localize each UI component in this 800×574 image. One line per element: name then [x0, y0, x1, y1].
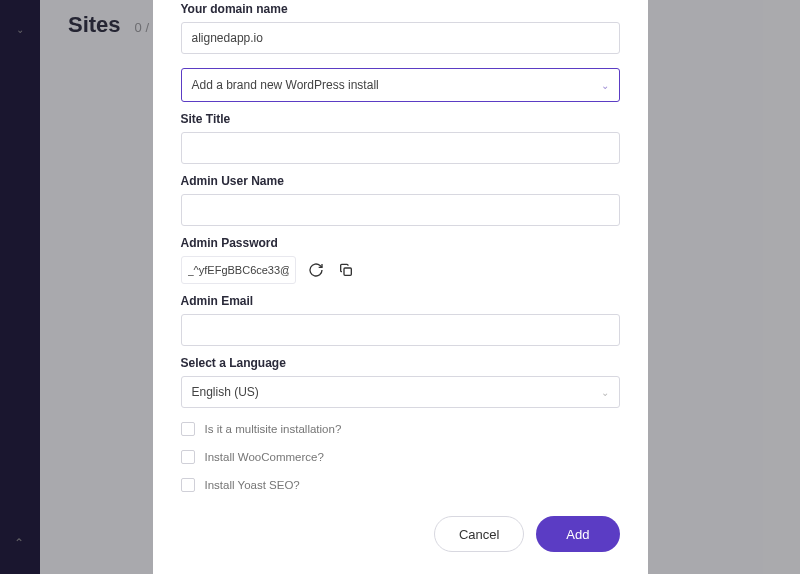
copy-icon[interactable] [336, 260, 356, 280]
admin-email-label: Admin Email [181, 294, 620, 308]
chevron-down-icon: ⌄ [601, 80, 609, 91]
add-button[interactable]: Add [536, 516, 619, 552]
woocommerce-label[interactable]: Install WooCommerce? [205, 451, 324, 463]
regenerate-icon[interactable] [306, 260, 326, 280]
woocommerce-checkbox[interactable] [181, 450, 195, 464]
multisite-label[interactable]: Is it a multisite installation? [205, 423, 342, 435]
language-select[interactable]: English (US) ⌄ [181, 376, 620, 408]
add-site-modal: Your domain name Add a brand new WordPre… [153, 0, 648, 574]
modal-overlay: Your domain name Add a brand new WordPre… [0, 0, 800, 574]
install-type-select[interactable]: Add a brand new WordPress install ⌄ [181, 68, 620, 102]
admin-password-input[interactable] [181, 256, 296, 284]
site-title-input[interactable] [181, 132, 620, 164]
field-site-title: Site Title [181, 112, 620, 164]
field-admin-user: Admin User Name [181, 174, 620, 226]
site-title-label: Site Title [181, 112, 620, 126]
field-language: Select a Language English (US) ⌄ [181, 356, 620, 408]
svg-rect-0 [344, 268, 351, 275]
admin-user-input[interactable] [181, 194, 620, 226]
checkbox-yoast-row: Install Yoast SEO? [181, 478, 620, 492]
cancel-button[interactable]: Cancel [434, 516, 524, 552]
modal-footer: Cancel Add [181, 516, 620, 552]
field-admin-email: Admin Email [181, 294, 620, 346]
field-admin-password: Admin Password [181, 236, 620, 284]
chevron-down-icon: ⌄ [601, 387, 609, 398]
multisite-checkbox[interactable] [181, 422, 195, 436]
checkbox-multisite-row: Is it a multisite installation? [181, 422, 620, 436]
admin-email-input[interactable] [181, 314, 620, 346]
field-domain: Your domain name [181, 2, 620, 54]
admin-password-label: Admin Password [181, 236, 620, 250]
domain-input[interactable] [181, 22, 620, 54]
yoast-label[interactable]: Install Yoast SEO? [205, 479, 300, 491]
checkbox-woocommerce-row: Install WooCommerce? [181, 450, 620, 464]
language-label: Select a Language [181, 356, 620, 370]
language-value: English (US) [192, 385, 259, 399]
yoast-checkbox[interactable] [181, 478, 195, 492]
admin-user-label: Admin User Name [181, 174, 620, 188]
install-type-value: Add a brand new WordPress install [192, 78, 379, 92]
domain-label: Your domain name [181, 2, 620, 16]
